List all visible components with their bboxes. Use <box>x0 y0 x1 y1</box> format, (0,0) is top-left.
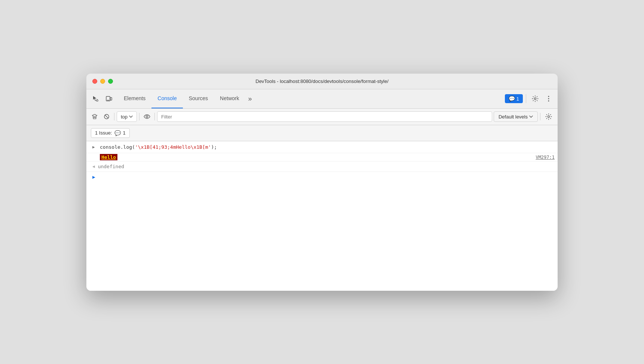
issues-pill[interactable]: 1 Issue: 💬 1 <box>91 128 130 138</box>
svg-rect-4 <box>110 98 112 100</box>
console-log-code: console.log('\x1B[41;93;4mHello\x1B[m'); <box>100 144 555 151</box>
tab-bar: Elements Console Sources Network » 💬 1 <box>86 89 558 109</box>
tab-sources[interactable]: Sources <box>183 89 214 108</box>
default-levels-dropdown[interactable]: Default levels <box>494 111 538 122</box>
block-icon-button[interactable] <box>101 111 112 122</box>
device-toolbar-icon[interactable] <box>103 93 115 105</box>
title-bar: DevTools - localhost:8080/docs/devtools/… <box>86 74 558 89</box>
hello-output: Hello <box>100 154 117 160</box>
issues-pill-icon: 💬 <box>114 130 121 136</box>
tab-console[interactable]: Console <box>151 89 183 108</box>
minimize-button[interactable] <box>100 79 105 84</box>
tab-right-controls: 💬 1 <box>505 89 555 108</box>
console-toolbar: top Default levels <box>86 109 558 125</box>
more-options-button[interactable] <box>543 93 555 105</box>
undefined-line: ◀ undefined <box>86 161 558 172</box>
issues-bar: 1 Issue: 💬 1 <box>86 125 558 141</box>
svg-point-16 <box>146 116 148 118</box>
issues-count: 1 <box>123 130 126 136</box>
issues-badge[interactable]: 💬 1 <box>505 94 523 103</box>
svg-point-9 <box>548 101 549 102</box>
clear-console-button[interactable] <box>89 111 100 122</box>
tab-icons <box>89 89 115 108</box>
vm-link[interactable]: VM297:1 <box>536 155 555 160</box>
maximize-button[interactable] <box>108 79 113 84</box>
svg-point-17 <box>548 116 550 118</box>
toolbar-divider-4 <box>540 113 540 120</box>
toolbar-divider-3 <box>154 113 155 120</box>
prompt-arrow: ▶ <box>92 174 95 180</box>
traffic-lights <box>92 79 113 84</box>
issues-label: 1 Issue: <box>95 130 112 136</box>
close-button[interactable] <box>92 79 97 84</box>
log-output-line: Hello VM297:1 <box>86 153 558 161</box>
tab-elements[interactable]: Elements <box>118 89 151 108</box>
toolbar-divider-2 <box>139 113 139 120</box>
toolbar-divider-1 <box>114 113 114 120</box>
filter-input[interactable] <box>157 111 492 122</box>
svg-line-15 <box>105 115 108 118</box>
console-output: ▶ console.log('\x1B[41;93;4mHello\x1B[m'… <box>86 141 558 291</box>
console-settings-button[interactable] <box>543 111 555 123</box>
svg-point-6 <box>534 98 536 100</box>
svg-point-8 <box>548 98 549 99</box>
issues-icon: 💬 <box>509 96 515 102</box>
settings-button[interactable] <box>529 93 541 105</box>
svg-rect-0 <box>96 100 98 101</box>
window-title: DevTools - localhost:8080/docs/devtools/… <box>255 78 389 84</box>
tab-more[interactable]: » <box>245 89 255 108</box>
tab-divider <box>526 94 526 103</box>
svg-point-7 <box>548 96 549 97</box>
eye-icon-button[interactable] <box>142 111 152 122</box>
console-log-line[interactable]: ▶ console.log('\x1B[41;93;4mHello\x1B[m'… <box>86 141 558 154</box>
inspect-element-icon[interactable] <box>89 93 101 105</box>
collapse-arrow: ◀ <box>92 164 95 169</box>
devtools-window: DevTools - localhost:8080/docs/devtools/… <box>86 74 558 291</box>
expand-arrow[interactable]: ▶ <box>92 144 97 151</box>
console-prompt-line[interactable]: ▶ <box>86 172 558 182</box>
tab-network[interactable]: Network <box>214 89 245 108</box>
top-dropdown[interactable]: top <box>117 111 137 122</box>
undefined-text: undefined <box>98 164 124 169</box>
